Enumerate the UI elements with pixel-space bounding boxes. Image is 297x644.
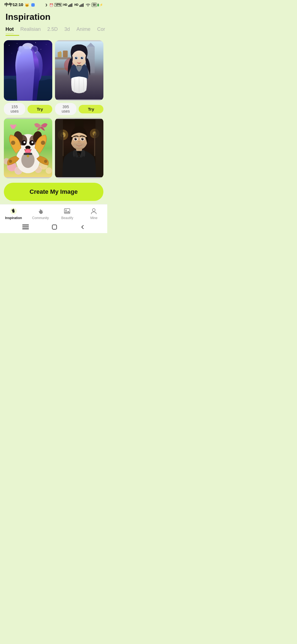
svg-rect-9 <box>79 5 80 7</box>
page-title: Inspiration <box>6 12 102 22</box>
alarm-icon: ⏰ <box>49 3 53 7</box>
nav-item-beautify[interactable]: Beautify <box>59 207 75 220</box>
card-2-image[interactable] <box>55 40 103 101</box>
svg-point-105 <box>75 144 75 144</box>
home-button[interactable] <box>52 224 57 230</box>
svg-rect-6 <box>69 4 70 7</box>
card-4[interactable] <box>55 118 103 178</box>
svg-point-27 <box>20 47 23 51</box>
upload-icon: ↑ <box>31 3 35 7</box>
category-tabs: Hot Realisian 2.5D 3d Anime Cor <box>0 23 107 34</box>
card-1-uses: 155 uses <box>4 103 25 115</box>
svg-rect-114 <box>64 209 70 214</box>
svg-point-20 <box>35 42 36 43</box>
svg-point-39 <box>59 51 61 53</box>
nav-item-inspiration[interactable]: Inspiration <box>5 207 22 220</box>
nav-label-inspiration: Inspiration <box>5 216 22 220</box>
signal-bars <box>68 3 73 7</box>
status-bar: 中午12:10 🐱 ↑ ☽ ⏰ VPN HD HD <box>0 0 107 9</box>
header: Inspiration <box>0 9 107 23</box>
moon-icon: ☽ <box>44 3 48 7</box>
svg-point-77 <box>41 141 45 145</box>
nav-label-beautify: Beautify <box>61 216 73 220</box>
svg-rect-5 <box>68 5 69 7</box>
svg-point-101 <box>82 138 83 139</box>
svg-point-76 <box>11 141 15 145</box>
card-2[interactable]: 395 uses Try <box>55 40 103 115</box>
tab-cor[interactable]: Cor <box>97 26 105 34</box>
card-3[interactable] <box>4 118 52 178</box>
battery-icon <box>97 4 99 6</box>
card-2-try-button[interactable]: Try <box>79 105 103 113</box>
status-time: 中午12:10 <box>4 2 23 7</box>
main-content: 155 uses Try <box>0 36 107 178</box>
svg-rect-14 <box>98 4 98 4</box>
vpn-badge: VPN <box>54 3 62 7</box>
signal-bars2 <box>79 3 84 7</box>
svg-rect-120 <box>52 225 57 229</box>
status-right: ☽ ⏰ VPN HD HD 58 <box>44 3 103 7</box>
svg-rect-12 <box>83 3 84 7</box>
nav-label-community: Community <box>32 216 49 220</box>
card-3-svg <box>4 118 52 178</box>
svg-rect-89 <box>55 119 63 177</box>
svg-rect-119 <box>22 228 29 229</box>
svg-rect-51 <box>77 65 81 66</box>
bottom-nav: Inspiration Community Beautify <box>0 204 107 222</box>
tab-hot[interactable]: Hot <box>6 26 14 34</box>
svg-point-110 <box>82 144 82 145</box>
back-button[interactable] <box>80 225 85 230</box>
card-1-artwork <box>4 40 52 101</box>
tab-anime[interactable]: Anime <box>76 26 90 34</box>
tab-3d[interactable]: 3d <box>64 26 70 34</box>
card-1-uses-row: 155 uses Try <box>4 103 52 115</box>
svg-point-48 <box>81 57 83 59</box>
svg-point-30 <box>24 49 27 51</box>
card-1[interactable]: 155 uses Try <box>4 40 52 115</box>
svg-rect-90 <box>95 119 103 177</box>
svg-rect-88 <box>94 133 95 156</box>
status-left: 中午12:10 🐱 ↑ <box>4 2 35 7</box>
image-grid: 155 uses Try <box>4 40 103 178</box>
tab-2d5[interactable]: 2.5D <box>47 26 58 34</box>
svg-point-100 <box>76 138 76 139</box>
svg-point-18 <box>17 43 17 44</box>
card-4-svg <box>55 118 103 178</box>
card-1-svg <box>4 40 52 101</box>
svg-text:⏰: ⏰ <box>49 3 53 7</box>
svg-rect-37 <box>58 52 62 57</box>
svg-point-44 <box>72 51 87 67</box>
menu-button[interactable] <box>22 225 29 230</box>
nav-item-community[interactable]: Community <box>32 207 49 220</box>
cat-icon: 🐱 <box>25 3 29 7</box>
create-btn-container: Create My Image <box>0 178 107 204</box>
svg-point-17 <box>9 45 9 46</box>
svg-point-31 <box>29 49 31 51</box>
card-2-svg <box>55 40 103 101</box>
card-1-try-button[interactable]: Try <box>28 105 52 113</box>
signal-hd: HD <box>63 3 67 6</box>
svg-point-50 <box>82 57 82 58</box>
svg-rect-8 <box>72 3 72 7</box>
tab-realisian[interactable]: Realisian <box>20 26 41 34</box>
svg-rect-7 <box>70 4 71 7</box>
system-nav <box>0 222 107 233</box>
create-my-image-button[interactable]: Create My Image <box>4 183 103 201</box>
svg-point-61 <box>14 124 17 127</box>
inspiration-icon <box>10 207 17 215</box>
svg-point-29 <box>33 47 36 51</box>
svg-text:☽: ☽ <box>44 3 47 7</box>
svg-point-47 <box>75 57 77 59</box>
battery-level: 58 ⚡ <box>92 3 103 7</box>
svg-point-22 <box>41 49 41 50</box>
card-4-image[interactable] <box>55 118 103 178</box>
community-icon <box>37 207 44 215</box>
svg-point-72 <box>32 141 34 143</box>
card-2-uses: 395 uses <box>55 103 76 115</box>
nav-item-mine[interactable]: Mine <box>86 207 102 220</box>
wifi-icon <box>86 3 90 7</box>
card-1-image[interactable] <box>4 40 52 101</box>
card-3-image[interactable] <box>4 118 52 178</box>
svg-text:↑: ↑ <box>32 4 34 7</box>
svg-rect-38 <box>63 51 68 57</box>
